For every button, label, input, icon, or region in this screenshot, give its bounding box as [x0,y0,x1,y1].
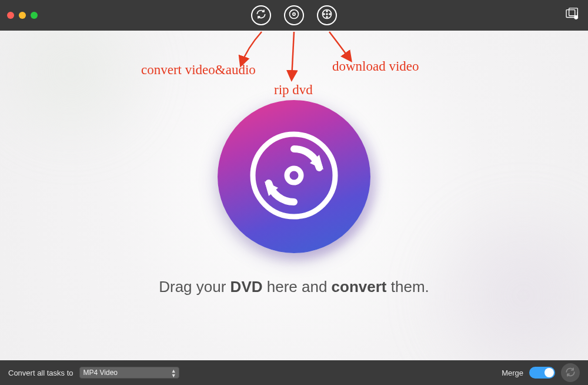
mode-switcher [251,5,337,25]
output-format-value: MP4 Video [83,369,118,377]
bottombar: Convert all tasks to MP4 Video ▲▼ Merge [0,360,588,385]
annotation-download: download video [332,59,419,74]
drag-text-bold: DVD [230,278,263,296]
svg-point-3 [326,11,328,12]
svg-point-4 [326,16,328,18]
svg-rect-9 [569,8,578,16]
drag-text-part: them. [387,278,429,296]
titlebar [0,0,588,31]
annotation-convert: convert video&audio [141,62,256,78]
drag-text-part: Drag your [159,278,230,296]
center-disc [218,100,370,253]
media-library-icon [566,12,581,22]
svg-point-6 [329,14,331,15]
convert-icon [564,366,576,380]
download-video-mode-button[interactable] [317,5,337,25]
svg-point-7 [326,14,328,15]
minimize-window-button[interactable] [19,12,26,19]
drag-instruction: Drag your DVD here and convert them. [0,278,588,296]
dropzone[interactable]: convert video&audio rip dvd download vid… [0,31,588,360]
select-stepper-icon: ▲▼ [171,369,176,378]
svg-rect-8 [566,10,575,18]
convert-mode-button[interactable] [251,5,271,25]
convert-logo-icon [244,125,344,228]
window-controls [7,12,38,19]
convert-all-button[interactable] [561,363,580,382]
film-icon [321,8,333,22]
svg-point-5 [323,14,325,15]
convert-all-label: Convert all tasks to [8,369,74,377]
convert-icon [255,8,267,22]
drag-text-bold: convert [332,278,387,296]
merge-toggle[interactable] [529,367,555,379]
output-format-select[interactable]: MP4 Video ▲▼ [79,367,179,379]
media-library-button[interactable] [566,8,581,23]
svg-point-1 [293,13,295,15]
disc-icon [288,8,300,22]
rip-dvd-mode-button[interactable] [284,5,304,25]
svg-point-10 [575,16,577,18]
fullscreen-window-button[interactable] [31,12,38,19]
close-window-button[interactable] [7,12,14,19]
svg-point-12 [287,168,301,182]
drag-text-part: here and [263,278,332,296]
merge-label: Merge [502,369,523,377]
